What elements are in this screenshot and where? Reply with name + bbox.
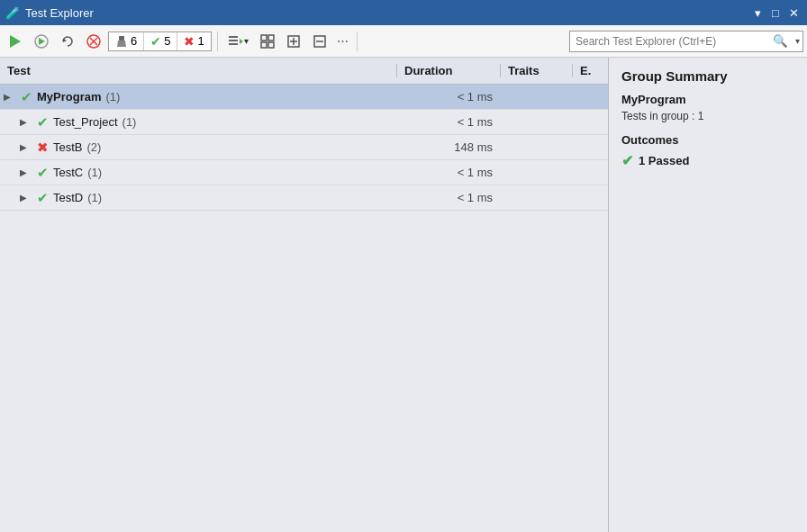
expand-arrow[interactable]: ▶ [20,167,32,177]
row-test-cell: ▶ ✔ TestD (1) [0,190,396,206]
test-count: (1) [87,166,102,179]
title-bar-controls: ▾ □ ✕ [749,5,802,21]
svg-rect-9 [229,40,238,41]
restore-button[interactable]: □ [767,5,784,21]
row-duration-cell: < 1 ms [396,166,500,179]
test-count: (2) [87,140,102,154]
summary-tests-in-group: Tests in group : 1 [621,110,794,122]
total-badge[interactable]: 6 [109,32,144,50]
more-icon[interactable]: ⋯ [334,34,351,48]
expand-arrow[interactable]: ▶ [4,92,16,102]
filter-badges: 6 ✔ 5 ✖ 1 [108,32,212,51]
test-name: Test_Project [53,115,118,129]
summary-title: Group Summary [621,68,794,84]
total-count: 6 [131,34,137,48]
test-row[interactable]: ▶ ✖ TestB (2) 148 ms [0,135,608,160]
flask-icon [115,35,128,48]
separator-2 [357,32,358,51]
row-test-cell: ▶ ✖ TestB (2) [0,140,396,156]
app-icon: 🧪 [5,6,20,20]
test-count: (1) [87,191,102,204]
run-all-button[interactable] [4,32,27,51]
outcome-pass-icon: ✔ [621,152,633,169]
test-row[interactable]: ▶ ✔ TestC (1) < 1 ms [0,160,608,185]
rerun-button[interactable] [56,32,79,51]
rerun-icon [60,34,75,49]
group-icon [260,34,275,49]
summary-panel: Group Summary MyProgram Tests in group :… [609,58,807,532]
pass-status-icon: ✔ [37,190,49,206]
svg-marker-3 [63,39,67,42]
svg-marker-0 [10,35,21,48]
search-dropdown-button[interactable]: ▾ [793,34,802,48]
test-panel: Test Duration Traits E. ▶ ✔ MyProgram (1… [0,58,609,532]
playlist-icon [228,34,244,49]
fail-badge[interactable]: ✖ 1 [177,32,210,50]
expand-arrow[interactable]: ▶ [20,193,32,203]
run-icon [34,34,49,49]
test-name: TestD [53,191,83,204]
pass-icon: ✔ [150,34,161,49]
pass-status-icon: ✔ [37,165,49,181]
run-all-icon [8,34,23,49]
test-row[interactable]: ▶ ✔ TestD (1) < 1 ms [0,185,608,211]
title-bar: 🧪 Test Explorer ▾ □ ✕ [0,0,807,25]
summary-passed-label: 1 Passed [639,154,689,167]
window-title: Test Explorer [25,6,94,20]
svg-rect-7 [119,36,124,41]
search-box: 🔍 ▾ [569,31,803,52]
expand-arrow[interactable]: ▶ [20,142,32,152]
expand-icon [286,34,301,49]
pass-count: 5 [164,34,170,48]
test-row[interactable]: ▶ ✔ MyProgram (1) < 1 ms [0,85,608,110]
row-duration-cell: < 1 ms [396,115,500,129]
summary-outcome: ✔ 1 Passed [621,152,794,169]
fail-count: 1 [197,34,204,48]
svg-rect-14 [261,42,267,48]
close-button[interactable]: ✕ [785,5,802,21]
svg-marker-11 [240,39,243,44]
svg-rect-8 [229,36,238,38]
svg-rect-15 [268,42,274,48]
svg-marker-2 [39,38,45,45]
row-duration-cell: < 1 ms [396,191,500,204]
search-button[interactable]: 🔍 [768,32,793,50]
main-content: Test Duration Traits E. ▶ ✔ MyProgram (1… [0,58,807,532]
collapse-button[interactable] [308,32,331,51]
column-headers: Test Duration Traits E. [0,58,608,85]
test-list: ▶ ✔ MyProgram (1) < 1 ms ▶ ✔ Test_Projec… [0,85,608,532]
row-test-cell: ▶ ✔ TestC (1) [0,165,396,181]
expand-button[interactable] [282,32,305,51]
run-button[interactable] [30,32,53,51]
summary-outcomes-title: Outcomes [621,133,794,147]
cancel-button[interactable] [82,32,105,51]
svg-rect-10 [229,43,238,45]
test-row[interactable]: ▶ ✔ Test_Project (1) < 1 ms [0,110,608,135]
row-test-cell: ▶ ✔ MyProgram (1) [0,89,396,105]
expand-arrow[interactable]: ▶ [20,117,32,127]
test-name: MyProgram [37,90,102,104]
row-duration-cell: 148 ms [396,140,500,154]
svg-rect-12 [261,35,267,41]
pass-status-icon: ✔ [37,114,49,131]
toolbar: 6 ✔ 5 ✖ 1 ▾ [0,25,807,58]
svg-rect-13 [268,35,274,41]
test-count: (1) [122,115,137,129]
playlist-dropdown-icon: ▾ [244,36,249,46]
collapse-icon [313,34,327,49]
playlist-button[interactable]: ▾ [223,32,253,51]
col-header-duration: Duration [396,64,500,77]
search-input[interactable] [570,33,768,50]
col-header-traits: Traits [500,64,572,77]
test-name: TestB [53,140,83,154]
fail-status-icon: ✖ [37,140,49,156]
group-button[interactable] [256,32,279,51]
minimize-button[interactable]: ▾ [749,5,766,21]
fail-icon: ✖ [184,34,195,49]
col-header-test: Test [0,64,396,77]
cancel-icon [86,34,101,49]
test-count: (1) [106,90,121,104]
pass-badge[interactable]: ✔ 5 [144,32,177,50]
separator-1 [217,32,218,51]
test-name: TestC [53,166,83,179]
